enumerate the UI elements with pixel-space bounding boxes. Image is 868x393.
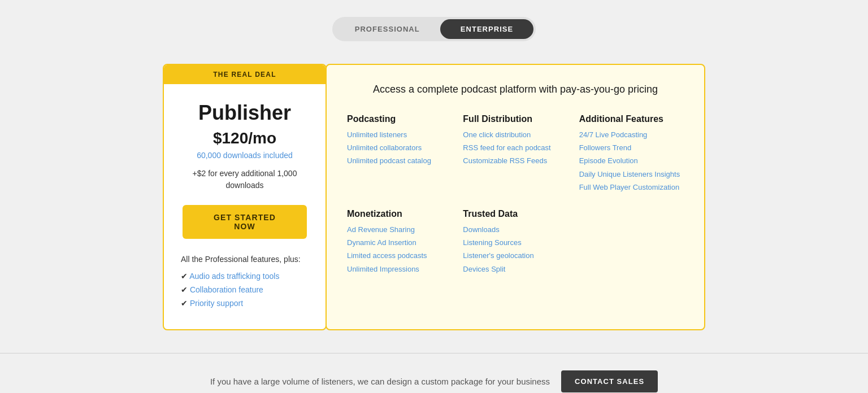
plan-name: Publisher (198, 101, 291, 125)
feature-item-3-3: Unlimited Impressions (347, 264, 452, 274)
contact-sales-button[interactable]: CONTACT SALES (561, 370, 658, 392)
feature-column-0: PodcastingUnlimited listenersUnlimited c… (347, 114, 452, 195)
feature-column-4: Trusted DataDownloadsListening SourcesLi… (463, 209, 567, 277)
feature-column-title-4: Trusted Data (463, 209, 567, 219)
feature-item-2-4: Full Web Player Customization (579, 182, 684, 193)
feature-item-4-1: Listening Sources (463, 238, 567, 248)
plan-downloads: 60,000 downloads included (197, 151, 293, 160)
feature-column-1: Full DistributionOne click distributionR… (463, 114, 567, 195)
feature-column-title-1: Full Distribution (463, 114, 567, 124)
plan-container: THE REAL DEAL Publisher $120/mo 60,000 d… (163, 64, 705, 330)
features-grid: PodcastingUnlimited listenersUnlimited c… (347, 114, 684, 277)
right-card-headline: Access a complete podcast platform with … (347, 82, 684, 97)
left-card: THE REAL DEAL Publisher $120/mo 60,000 d… (163, 64, 327, 330)
toggle-professional[interactable]: PROFESSIONAL (335, 19, 440, 39)
feature-item-3-2: Limited access podcasts (347, 251, 452, 261)
feature-item-1: Audio ads trafficking tools (164, 272, 326, 281)
right-card: Access a complete podcast platform with … (326, 64, 705, 330)
feature-item-1-0: One click distribution (463, 130, 567, 140)
get-started-button[interactable]: GET STARTED NOW (183, 205, 307, 239)
feature-item-4-0: Downloads (463, 225, 567, 235)
feature-item-2-3: Daily Unique Listeners Insights (579, 169, 684, 180)
feature-item-4-3: Devices Split (463, 264, 567, 274)
feature-item-3-0: Ad Revenue Sharing (347, 225, 452, 235)
feature-item-2-0: 24/7 Live Podcasting (579, 130, 684, 140)
feature-column-empty (579, 209, 684, 277)
bottom-bar: If you have a large volume of listeners,… (0, 353, 868, 393)
feature-item-3-1: Dynamic Ad Insertion (347, 238, 452, 248)
feature-item-1-2: Customizable RSS Feeds (463, 156, 567, 166)
toggle-enterprise[interactable]: ENTERPRISE (440, 19, 533, 39)
feature-item-0-1: Unlimited collaborators (347, 143, 452, 153)
features-header: All the Professional features, plus: (164, 255, 326, 264)
bottom-text: If you have a large volume of listeners,… (210, 377, 550, 386)
feature-item-4-2: Listener's geolocation (463, 251, 567, 261)
feature-column-title-2: Additional Features (579, 114, 684, 124)
feature-item-2: Collaboration feature (164, 285, 326, 294)
plan-toggle: PROFESSIONAL ENTERPRISE (332, 17, 536, 41)
feature-item-2-2: Episode Evolution (579, 156, 684, 166)
feature-item-1-1: RSS feed for each podcast (463, 143, 567, 153)
page-wrapper: PROFESSIONAL ENTERPRISE THE REAL DEAL Pu… (0, 17, 868, 330)
feature-item-0-2: Unlimited podcast catalog (347, 156, 452, 166)
feature-column-title-3: Monetization (347, 209, 452, 219)
plan-price: $120/mo (213, 129, 276, 147)
plan-extra: +$2 for every additional 1,000 downloads (164, 168, 326, 191)
feature-item-3: Priority support (164, 299, 326, 308)
feature-column-title-0: Podcasting (347, 114, 452, 124)
feature-column-2: Additional Features24/7 Live PodcastingF… (579, 114, 684, 195)
feature-item-0-0: Unlimited listeners (347, 130, 452, 140)
feature-item-2-1: Followers Trend (579, 143, 684, 153)
badge: THE REAL DEAL (164, 65, 326, 84)
feature-column-3: MonetizationAd Revenue SharingDynamic Ad… (347, 209, 452, 277)
